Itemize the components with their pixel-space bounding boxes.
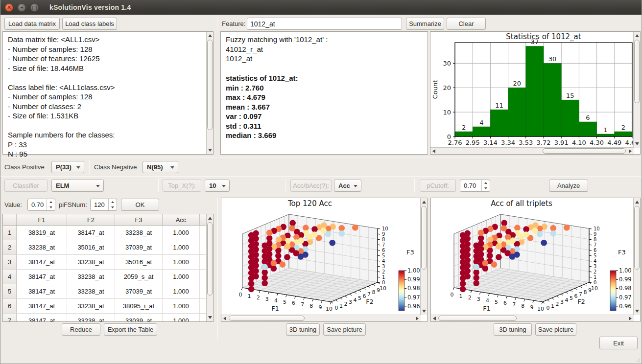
table-cell[interactable]: 33238_at bbox=[17, 240, 67, 254]
table-cell[interactable]: 1.000 bbox=[163, 240, 200, 254]
scroll-down-icon[interactable] bbox=[208, 149, 212, 152]
scroll-thumb[interactable] bbox=[634, 40, 640, 103]
scroll-up-icon[interactable] bbox=[422, 201, 426, 204]
table-cell[interactable]: 37039_at bbox=[115, 284, 163, 298]
load-data-matrix-button[interactable]: Load data matrix bbox=[4, 18, 60, 30]
spin-up-icon[interactable] bbox=[109, 199, 117, 205]
table-row-number[interactable]: 7 bbox=[3, 314, 17, 322]
table-cell[interactable]: 33238_at bbox=[67, 299, 115, 313]
table-cell[interactable]: 33238_at bbox=[67, 284, 115, 298]
scroll-left-icon[interactable] bbox=[433, 317, 436, 320]
classifier-select[interactable]: ELM bbox=[51, 180, 104, 192]
window-minimize-icon[interactable]: – bbox=[18, 3, 26, 12]
scroll-thumb[interactable] bbox=[543, 148, 626, 154]
reduce-button[interactable]: Reduce bbox=[62, 323, 100, 336]
scroll-up-icon[interactable] bbox=[635, 201, 639, 204]
table-row-number[interactable]: 4 bbox=[3, 270, 17, 284]
scroll-thumb[interactable] bbox=[438, 316, 517, 321]
pcutoff-spinbox[interactable]: 0.70 bbox=[460, 180, 490, 192]
table-row[interactable]: 738147_at33238_at33039_at1.000 bbox=[3, 314, 213, 322]
table-cell[interactable]: 37039_at bbox=[115, 240, 163, 254]
scroll-thumb[interactable] bbox=[421, 206, 427, 270]
table-row[interactable]: 138319_at38147_at33238_at1.000 bbox=[3, 226, 213, 240]
value-spinbox[interactable]: 0.70 bbox=[27, 199, 55, 211]
acc-bacc-select[interactable]: Acc bbox=[334, 180, 361, 192]
table-row[interactable]: 233238_at35016_at37039_at1.000 bbox=[3, 240, 213, 255]
table-cell[interactable]: 38147_at bbox=[17, 270, 67, 284]
scroll-thumb[interactable] bbox=[207, 40, 213, 130]
tuning-left-button[interactable]: 3D tuning bbox=[286, 323, 320, 336]
table-header-acc[interactable]: Acc bbox=[163, 214, 200, 225]
plot-hscrollbar[interactable] bbox=[431, 315, 634, 321]
scroll-right-icon[interactable] bbox=[629, 149, 632, 153]
table-cell[interactable]: 33238_at bbox=[67, 255, 115, 269]
plot-vscrollbar[interactable] bbox=[420, 198, 427, 315]
save-picture-left-button[interactable]: Save picture bbox=[323, 323, 366, 336]
analyze-button[interactable]: Analyze bbox=[549, 180, 588, 192]
clear-button[interactable]: Clear bbox=[447, 18, 486, 30]
table-cell[interactable]: 38147_at bbox=[67, 226, 115, 240]
table-cell[interactable]: 38147_at bbox=[17, 284, 67, 298]
table-header-f2[interactable]: F2 bbox=[67, 214, 115, 225]
pifsnum-spinbox[interactable]: 120 bbox=[90, 199, 117, 211]
table-row[interactable]: 538147_at33238_at37039_at1.000 bbox=[3, 284, 213, 299]
scroll-thumb[interactable] bbox=[229, 316, 305, 321]
feature-input[interactable] bbox=[247, 18, 402, 30]
scroll-right-icon[interactable] bbox=[416, 317, 419, 320]
table-cell[interactable]: 33238_at bbox=[67, 314, 115, 322]
table-scrollbar[interactable] bbox=[206, 214, 213, 321]
table-cell[interactable]: 35016_at bbox=[67, 240, 115, 254]
table-cell[interactable]: 2059_s_at bbox=[115, 270, 163, 284]
table-cell[interactable]: 38147_at bbox=[17, 314, 67, 322]
spin-up-icon[interactable] bbox=[47, 199, 55, 205]
exit-button[interactable]: Exit bbox=[599, 337, 638, 349]
table-row-number[interactable]: 3 bbox=[3, 255, 17, 269]
scroll-right-icon[interactable] bbox=[629, 317, 632, 320]
table-cell[interactable]: 1.000 bbox=[163, 284, 200, 298]
table-cell[interactable]: 33039_at bbox=[115, 314, 163, 322]
class-negative-select[interactable]: N(95) bbox=[143, 161, 178, 173]
resize-grip[interactable] bbox=[635, 357, 641, 363]
table-cell[interactable]: 1.000 bbox=[163, 299, 200, 313]
table-cell[interactable]: 33238_at bbox=[67, 270, 115, 284]
spin-down-icon[interactable] bbox=[109, 205, 117, 211]
spin-down-icon[interactable] bbox=[47, 205, 55, 211]
scroll-down-icon[interactable] bbox=[208, 316, 212, 319]
table-row[interactable]: 438147_at33238_at2059_s_at1.000 bbox=[3, 270, 213, 284]
scroll-down-icon[interactable] bbox=[635, 310, 639, 313]
table-cell[interactable]: 1.000 bbox=[163, 314, 200, 322]
plot-hscrollbar[interactable] bbox=[221, 315, 421, 321]
histogram-hscrollbar[interactable] bbox=[430, 147, 634, 154]
table-cell[interactable]: 1.000 bbox=[163, 255, 200, 269]
save-picture-right-button[interactable]: Save picture bbox=[535, 323, 576, 336]
scroll-thumb[interactable] bbox=[207, 222, 213, 296]
tuning-right-button[interactable]: 3D tuning bbox=[494, 323, 532, 336]
class-positive-select[interactable]: P(33) bbox=[51, 161, 84, 173]
ok-button[interactable]: OK bbox=[121, 199, 159, 211]
top-x-select[interactable]: 10 bbox=[205, 180, 230, 192]
scroll-down-icon[interactable] bbox=[422, 310, 426, 313]
table-row[interactable]: 338147_at33238_at35016_at1.000 bbox=[3, 255, 213, 270]
table-cell[interactable]: 38147_at bbox=[17, 255, 67, 269]
table-cell[interactable]: 1.000 bbox=[163, 226, 200, 240]
export-table-button[interactable]: Export the Table bbox=[104, 323, 157, 336]
table-row-number[interactable]: 6 bbox=[3, 299, 17, 313]
scroll-down-icon[interactable] bbox=[635, 142, 639, 145]
spin-down-icon[interactable] bbox=[482, 186, 490, 192]
scroll-up-icon[interactable] bbox=[208, 217, 212, 220]
table-row-number[interactable]: 2 bbox=[3, 240, 17, 254]
summarize-button[interactable]: Summarize bbox=[406, 18, 444, 30]
table-header-f1[interactable]: F1 bbox=[17, 214, 67, 225]
table-cell[interactable]: 33238_at bbox=[115, 226, 163, 240]
scroll-up-icon[interactable] bbox=[208, 34, 212, 37]
histogram-vscrollbar[interactable] bbox=[633, 32, 640, 148]
table-cell[interactable]: 38319_at bbox=[17, 226, 67, 240]
table-row-number[interactable]: 5 bbox=[3, 284, 17, 298]
table-cell[interactable]: 38095_i_at bbox=[115, 299, 163, 313]
data-info-scrollbar[interactable] bbox=[206, 32, 213, 154]
table-row-number[interactable]: 1 bbox=[3, 226, 17, 240]
scroll-thumb[interactable] bbox=[634, 206, 640, 270]
table-cell[interactable]: 1.000 bbox=[163, 270, 200, 284]
table-cell[interactable]: 38147_at bbox=[17, 299, 67, 313]
window-maximize-icon[interactable]: □ bbox=[30, 3, 39, 12]
